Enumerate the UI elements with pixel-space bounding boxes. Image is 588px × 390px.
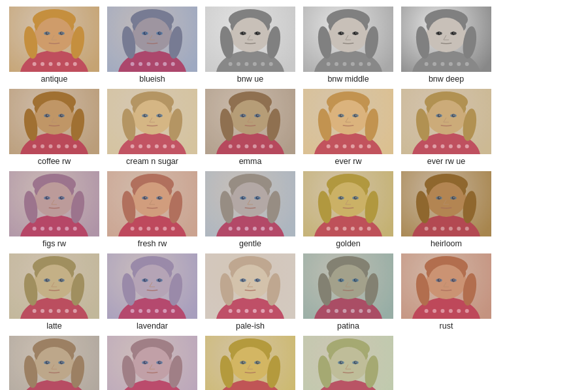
photo-thumbnail	[303, 253, 393, 319]
photo-item-sweetness[interactable]: sweetness	[103, 336, 201, 390]
photo-item-golden[interactable]: golden	[299, 171, 397, 248]
photo-item-fresh_rw[interactable]: fresh rw	[103, 171, 201, 248]
photo-label: bnw middle	[327, 74, 368, 84]
photo-thumbnail	[303, 89, 393, 154]
photo-thumbnail	[303, 336, 393, 390]
photo-item-bnw_deep[interactable]: bnw deep	[397, 7, 495, 84]
photo-item-bnw_ue[interactable]: bnw ue	[201, 7, 299, 84]
thumbnail-canvas	[303, 336, 393, 390]
photo-label: coffee rw	[38, 157, 71, 166]
thumbnail-canvas	[205, 7, 295, 72]
photo-label: lavendar	[137, 321, 168, 331]
thumbnail-canvas	[9, 7, 99, 72]
photo-item-figs_rw[interactable]: figs rw	[5, 171, 103, 248]
photo-item-blueish[interactable]: blueish	[103, 7, 201, 84]
photo-label: ever rw	[335, 157, 362, 166]
photo-thumbnail	[205, 336, 295, 390]
photo-item-ever_rw_ue[interactable]: ever rw ue	[397, 89, 495, 166]
photo-thumbnail	[401, 89, 491, 154]
photo-item-sx70rw[interactable]: SX70RW	[299, 336, 397, 390]
photo-thumbnail	[9, 171, 99, 236]
photo-label: latte	[46, 321, 62, 331]
photo-label: gentle	[239, 239, 261, 248]
photo-thumbnail	[107, 336, 197, 390]
photo-thumbnail	[205, 7, 295, 72]
photo-item-cream_n_sugar[interactable]: cream n sugar	[103, 89, 201, 166]
photo-label: antique	[41, 74, 67, 84]
photo-label: figs rw	[42, 239, 66, 248]
photo-thumbnail	[107, 253, 197, 319]
thumbnail-canvas	[401, 171, 491, 236]
thumbnail-canvas	[303, 89, 393, 154]
photo-thumbnail	[9, 89, 99, 154]
photo-label: golden	[336, 239, 361, 248]
photo-thumbnail	[401, 7, 491, 72]
thumbnail-canvas	[107, 7, 197, 72]
photo-thumbnail	[401, 253, 491, 319]
photo-label: fresh rw	[138, 239, 167, 248]
photo-item-pale_ish[interactable]: pale-ish	[201, 253, 299, 331]
photo-label: bnw ue	[237, 74, 263, 84]
thumbnail-canvas	[107, 253, 197, 319]
photo-thumbnail	[205, 89, 295, 154]
photo-thumbnail	[303, 171, 393, 236]
thumbnail-canvas	[9, 89, 99, 154]
photo-item-rust[interactable]: rust	[397, 253, 495, 331]
photo-label: patina	[337, 321, 359, 331]
photo-item-ever_rw[interactable]: ever rw	[299, 89, 397, 166]
photo-item-emma[interactable]: emma	[201, 89, 299, 166]
photo-label: bnw deep	[429, 74, 464, 84]
thumbnail-canvas	[9, 253, 99, 319]
thumbnail-canvas	[401, 89, 491, 154]
photo-thumbnail	[303, 7, 393, 72]
thumbnail-canvas	[205, 89, 295, 154]
photo-thumbnail	[9, 253, 99, 319]
photo-item-heirloom[interactable]: heirloom	[397, 171, 495, 248]
photo-label: pale-ish	[236, 321, 265, 331]
thumbnail-canvas	[107, 336, 197, 390]
thumbnail-canvas	[107, 89, 197, 154]
thumbnail-canvas	[205, 336, 295, 390]
photo-item-lavendar[interactable]: lavendar	[103, 253, 201, 331]
thumbnail-canvas	[9, 171, 99, 236]
thumbnail-canvas	[205, 253, 295, 319]
photo-thumbnail	[205, 253, 295, 319]
photo-item-latte[interactable]: latte	[5, 253, 103, 331]
photo-item-antique[interactable]: antique	[5, 7, 103, 84]
thumbnail-canvas	[9, 336, 99, 390]
photo-thumbnail	[205, 171, 295, 236]
photo-grid: antiqueblueishbnw uebnw middlebnw deepco…	[0, 0, 588, 390]
thumbnail-canvas	[205, 171, 295, 236]
photo-thumbnail	[9, 336, 99, 390]
photo-label: heirloom	[431, 239, 462, 248]
photo-label: blueish	[139, 74, 165, 84]
photo-thumbnail	[107, 89, 197, 154]
photo-thumbnail	[401, 171, 491, 236]
photo-thumbnail	[107, 171, 197, 236]
photo-label: cream n sugar	[126, 157, 178, 166]
photo-item-bnw_middle[interactable]: bnw middle	[299, 7, 397, 84]
thumbnail-canvas	[303, 171, 393, 236]
photo-item-coffee_rw[interactable]: coffee rw	[5, 89, 103, 166]
photo-thumbnail	[9, 7, 99, 72]
photo-item-patina[interactable]: patina	[299, 253, 397, 331]
thumbnail-canvas	[107, 171, 197, 236]
thumbnail-canvas	[401, 7, 491, 72]
photo-thumbnail	[107, 7, 197, 72]
photo-label: rust	[440, 321, 453, 331]
thumbnail-canvas	[401, 253, 491, 319]
photo-item-sx70_arw[interactable]: SX70 ARW	[201, 336, 299, 390]
photo-label: ever rw ue	[427, 157, 465, 166]
photo-item-simple[interactable]: simple	[5, 336, 103, 390]
thumbnail-canvas	[303, 253, 393, 319]
photo-item-gentle[interactable]: gentle	[201, 171, 299, 248]
thumbnail-canvas	[303, 7, 393, 72]
photo-label: emma	[239, 157, 262, 166]
